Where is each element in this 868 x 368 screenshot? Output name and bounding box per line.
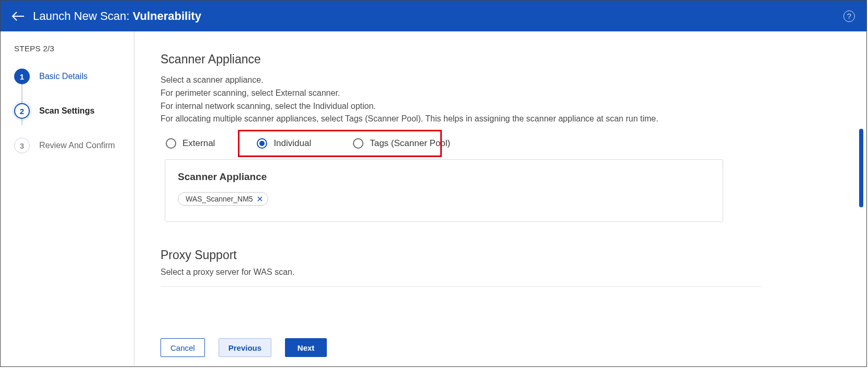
radio-icon xyxy=(257,138,267,149)
radio-icon xyxy=(166,138,176,149)
scanner-chip[interactable]: WAS_Scanner_NM5 xyxy=(178,192,268,206)
wizard-footer: Cancel Previous Next xyxy=(161,338,327,357)
scanner-appliance-panel: Scanner Appliance WAS_Scanner_NM5 xyxy=(165,159,723,222)
radio-label: Individual xyxy=(273,138,311,149)
step-number: 1 xyxy=(14,69,30,84)
steps-counter: STEPS 2/3 xyxy=(14,44,124,53)
scrollbar-thumb[interactable] xyxy=(859,129,863,207)
scanner-appliance-description: Select a scanner appliance. For perimete… xyxy=(161,74,762,126)
step-review-confirm[interactable]: 3 Review And Confirm xyxy=(14,138,124,153)
previous-button[interactable]: Previous xyxy=(219,338,271,357)
scanner-appliance-panel-title: Scanner Appliance xyxy=(178,171,710,183)
back-arrow-icon[interactable] xyxy=(11,9,26,24)
header-title-main: Vulnerability xyxy=(133,9,201,23)
header-title-prefix: Launch New Scan: xyxy=(33,9,130,23)
scanner-type-radio-group: External Individual Tags (Scanner Pool) xyxy=(161,138,762,149)
radio-external[interactable]: External xyxy=(166,138,215,149)
radio-tags-scanner-pool[interactable]: Tags (Scanner Pool) xyxy=(353,138,450,149)
step-label: Review And Confirm xyxy=(39,141,115,150)
radio-individual[interactable]: Individual xyxy=(257,138,311,149)
scanner-appliance-title: Scanner Appliance xyxy=(161,52,762,66)
step-number: 2 xyxy=(14,103,30,119)
cancel-button[interactable]: Cancel xyxy=(161,338,205,357)
next-button[interactable]: Next xyxy=(285,338,327,357)
divider xyxy=(161,286,762,287)
step-label: Basic Details xyxy=(39,72,87,81)
close-icon[interactable] xyxy=(257,196,262,202)
wizard-header: Launch New Scan: Vulnerability ? xyxy=(1,1,866,31)
help-icon[interactable]: ? xyxy=(843,10,855,22)
step-scan-settings[interactable]: 2 Scan Settings xyxy=(14,103,124,119)
proxy-support-title: Proxy Support xyxy=(161,248,762,262)
scanner-chip-label: WAS_Scanner_NM5 xyxy=(186,195,253,203)
main-content: Scanner Appliance Select a scanner appli… xyxy=(134,31,866,366)
step-basic-details[interactable]: 1 Basic Details xyxy=(14,69,124,84)
step-label: Scan Settings xyxy=(39,106,95,116)
radio-icon xyxy=(353,138,363,149)
step-number: 3 xyxy=(14,138,30,153)
radio-label: External xyxy=(182,138,215,149)
steps-sidebar: STEPS 2/3 1 Basic Details 2 Scan Setting… xyxy=(1,31,134,366)
proxy-support-section: Proxy Support Select a proxy server for … xyxy=(161,248,762,287)
radio-label: Tags (Scanner Pool) xyxy=(370,138,450,149)
proxy-support-description: Select a proxy server for WAS scan. xyxy=(161,267,762,277)
